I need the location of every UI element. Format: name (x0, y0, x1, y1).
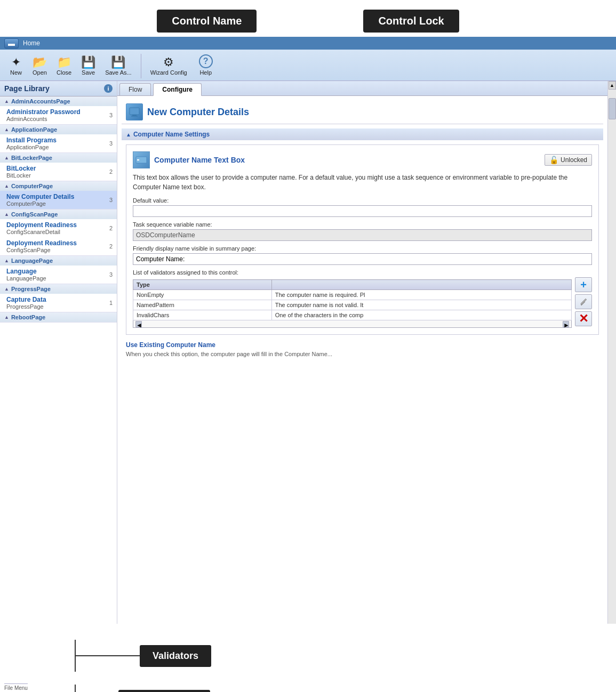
section-header[interactable]: ▲ Computer Name Settings (122, 128, 603, 140)
default-value-input[interactable] (133, 205, 592, 217)
open-button[interactable]: 📂 Open (28, 54, 52, 78)
main-layout: Page Library i ▲ AdminAccountsPage Admin… (0, 81, 616, 624)
reboot-group-header[interactable]: ▲ RebootPage (0, 312, 117, 322)
edit-validator-button[interactable] (575, 294, 592, 309)
control-card-left: Computer Name Text Box (133, 151, 245, 168)
validator-row-nonempty[interactable]: NonEmpty The computer name is required. … (133, 290, 572, 300)
help-button[interactable]: ? Help (194, 52, 218, 78)
ribbon-title-bar: ▬ Home (0, 37, 616, 50)
admin-group-header[interactable]: ▲ AdminAccountsPage (0, 96, 117, 106)
default-value-label: Default value: (133, 197, 592, 204)
use-existing-description: When you check this option, the computer… (126, 351, 599, 357)
friendly-name-input[interactable] (133, 253, 592, 265)
page-group-language: ▲ LanguagePage Language LanguagePage 3 (0, 256, 117, 284)
save-icon: 💾 (81, 57, 95, 68)
validators-label: List of validators assigned to this cont… (133, 269, 592, 276)
close-button[interactable]: 📁 Close (52, 54, 76, 78)
content-scrollbar[interactable]: ▲ (607, 81, 616, 624)
type-column-header: Type (133, 280, 272, 290)
language-group-header[interactable]: ▲ LanguagePage (0, 256, 117, 265)
validators-table-wrap: Type NonEmpty The computer name is requi… (133, 277, 572, 328)
add-validator-button[interactable]: + (575, 277, 592, 292)
office-button[interactable]: ▬ (4, 38, 19, 49)
page-title: New Computer Details (147, 107, 249, 118)
textbox-icon (135, 154, 147, 166)
validators-annotation-label: Validators (140, 645, 211, 667)
sidebar-item-new-computer[interactable]: New Computer Details ComputerPage 3 (0, 191, 117, 209)
task-seq-var-label: Task sequence variable name: (133, 221, 592, 228)
bitlocker-arrow-icon: ▲ (4, 155, 9, 160)
lock-badge[interactable]: 🔓 Unlocked (545, 154, 592, 166)
page-group-app: ▲ ApplicationPage Install Programs Appli… (0, 125, 117, 153)
computer-group-header[interactable]: ▲ ComputerPage (0, 181, 117, 191)
tab-configure[interactable]: Configure (153, 83, 202, 96)
progress-group-header[interactable]: ▲ ProgressPage (0, 284, 117, 294)
progress-arrow-icon: ▲ (4, 286, 9, 292)
validator-type-namedpattern: NamedPattern (133, 300, 272, 310)
control-card: Computer Name Text Box 🔓 Unlocked This t… (126, 144, 599, 335)
file-menu-label: File Menu (4, 683, 28, 691)
sidebar-item-install-programs[interactable]: Install Programs ApplicationPage 3 (0, 134, 117, 152)
scroll-thumb[interactable] (609, 98, 616, 119)
content-area: Flow Configure New Computer Details ▲ Co… (117, 81, 607, 624)
page-content: New Computer Details ▲ Computer Name Set… (117, 96, 607, 624)
new-button[interactable]: ✦ New (4, 54, 28, 78)
svg-rect-0 (130, 108, 139, 115)
ribbon-home-tab[interactable]: Home (23, 39, 40, 47)
ribbon: ▬ Home ✦ New 📂 Open 📁 Close 💾 Save 💾 S (0, 37, 616, 81)
table-hscroll-right[interactable]: ► (563, 321, 569, 327)
app-group-header[interactable]: ▲ ApplicationPage (0, 125, 117, 134)
scroll-up-button[interactable]: ▲ (609, 81, 616, 90)
app-arrow-icon: ▲ (4, 127, 9, 132)
validator-buttons: + ✕ (575, 277, 592, 326)
validator-desc-nonempty: The computer name is required. Pl (271, 290, 571, 300)
sidebar-header: Page Library i (0, 81, 117, 96)
table-hscroll-left[interactable]: ◄ (135, 321, 142, 327)
wizard-config-button[interactable]: ⚙ Wizard Config (146, 54, 192, 78)
friendly-name-vertical-line (75, 685, 76, 692)
bitlocker-group-header[interactable]: ▲ BitLockerPage (0, 153, 117, 163)
configscan-arrow-icon: ▲ (4, 212, 9, 217)
info-icon[interactable]: i (104, 84, 113, 93)
sidebar-item-capture-data[interactable]: Capture Data ProgressPage 1 (0, 294, 117, 312)
validator-desc-invalidchars: One of the characters in the comp (271, 310, 571, 320)
language-arrow-icon: ▲ (4, 258, 9, 263)
tab-flow[interactable]: Flow (119, 83, 151, 95)
computer-icon (129, 106, 140, 118)
sidebar-item-deploy-readiness-2[interactable]: Deployment Readiness ConfigScanPage 2 (0, 237, 117, 255)
edit-icon (579, 297, 588, 306)
wizard-config-icon: ⚙ (163, 57, 174, 68)
configscan-group-header[interactable]: ▲ ConfigScanPage (0, 210, 117, 219)
description-column-header (271, 280, 571, 290)
validator-row-invalidchars[interactable]: InvalidChars One of the characters in th… (133, 310, 572, 320)
lock-status: Unlocked (561, 156, 587, 164)
sidebar-item-admin-password[interactable]: Administrator Password AdminAccounts 3 (0, 106, 117, 124)
control-icon (133, 151, 150, 168)
validator-row-namedpattern[interactable]: NamedPattern The computer name is not va… (133, 300, 572, 310)
svg-rect-2 (131, 116, 138, 117)
section-arrow-icon: ▲ (126, 132, 131, 138)
page-group-computer: ▲ ComputerPage New Computer Details Comp… (0, 181, 117, 210)
delete-validator-button[interactable]: ✕ (575, 311, 592, 326)
sidebar-item-language[interactable]: Language LanguagePage 3 (0, 265, 117, 284)
computer-arrow-icon: ▲ (4, 183, 9, 189)
friendly-name-annotation-row: Friendly Name (75, 685, 616, 692)
page-group-configscan: ▲ ConfigScanPage Deployment Readiness Co… (0, 210, 117, 256)
use-existing-title[interactable]: Use Existing Computer Name (126, 341, 599, 349)
control-card-header: Computer Name Text Box 🔓 Unlocked (133, 151, 592, 168)
validators-row: Type NonEmpty The computer name is requi… (133, 277, 592, 328)
save-as-button[interactable]: 💾 Save As... (100, 54, 137, 78)
save-button[interactable]: 💾 Save (76, 54, 100, 78)
close-icon: 📁 (57, 57, 71, 68)
reboot-arrow-icon: ▲ (4, 315, 9, 320)
page-title-bar: New Computer Details (122, 100, 603, 124)
sidebar-item-bitlocker[interactable]: BitLocker BitLocker 2 (0, 163, 117, 181)
control-name-annotation: Control Name (157, 10, 257, 33)
help-icon: ? (199, 54, 213, 68)
control-description: This text box allows the user to provide… (133, 173, 592, 192)
tab-bar: Flow Configure (117, 81, 607, 96)
bottom-annotations: Validators Friendly Name Associated Task… (0, 624, 616, 692)
friendly-name-annotation-label: Friendly Name (118, 690, 210, 693)
sidebar-item-deploy-readiness-1[interactable]: Deployment Readiness ConfigScanareDetail… (0, 219, 117, 237)
save-as-icon: 💾 (111, 57, 125, 68)
